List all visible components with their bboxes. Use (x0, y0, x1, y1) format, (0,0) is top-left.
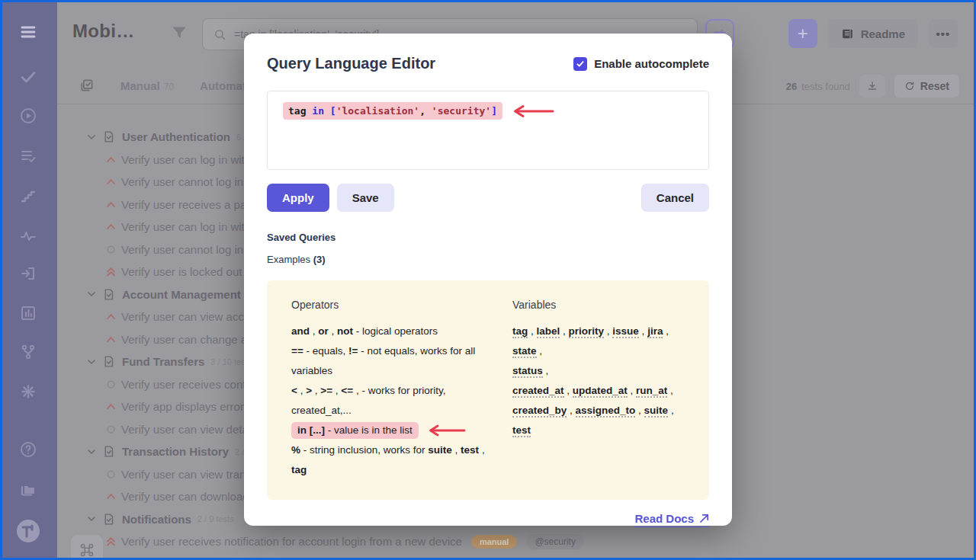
variable-help-line: tag , label , priority , issue , jira , … (512, 322, 685, 361)
manual-badge: manual (471, 535, 518, 549)
apply-button[interactable]: Apply (267, 184, 329, 212)
tab-manual-count: 70 (164, 82, 174, 92)
query-language-editor-modal: Query Language Editor Enable autocomplet… (244, 34, 732, 526)
priority-high-icon (105, 311, 117, 322)
play-circle-icon[interactable] (19, 107, 37, 125)
test-title: Verify user can log in with (121, 153, 251, 166)
tests-found-label: tests found (801, 81, 850, 92)
operator-help-line: in [...] - value is in the list (291, 421, 496, 440)
more-button[interactable]: ••• (929, 19, 958, 48)
activity-icon[interactable] (19, 227, 37, 245)
priority-none-icon (105, 424, 117, 435)
chevron-down-icon[interactable] (85, 513, 98, 525)
query-editor-input[interactable]: tag in ['localisation', 'security'] (267, 91, 709, 170)
suite-title: Notifications (122, 513, 191, 526)
search-icon (214, 28, 226, 41)
priority-high-icon (105, 491, 117, 502)
sign-in-icon[interactable] (19, 264, 37, 283)
chevron-down-icon[interactable] (85, 288, 98, 300)
operator-help-line: and , or , not - logical operators (291, 322, 496, 341)
check-icon[interactable] (19, 68, 37, 86)
arrow-up-right-icon (699, 514, 709, 523)
priority-high-icon (105, 199, 117, 210)
test-title: Verify user receives a pas (121, 198, 252, 211)
gear-icon[interactable] (19, 382, 37, 401)
test-title: Verify user receives notification for ac… (121, 535, 462, 548)
command-icon (79, 542, 95, 558)
variable-help-line: created_by , assigned_to , suite , test (512, 401, 685, 440)
priority-high-icon (105, 401, 117, 412)
operator-help-line: == - equals, != - not equals, works for … (291, 341, 496, 381)
priority-none-icon (105, 469, 117, 480)
save-button[interactable]: Save (337, 184, 394, 212)
reset-button[interactable]: Reset (894, 75, 959, 98)
priority-high-icon (105, 334, 117, 345)
arrow-left-icon (510, 104, 554, 118)
bar-chart-icon[interactable] (19, 304, 37, 322)
folders-icon[interactable] (19, 480, 37, 498)
test-title: Verify user can change ac (121, 333, 253, 346)
syntax-help-panel: Operators and , or , not - logical opera… (267, 280, 709, 500)
select-all-icon[interactable] (79, 78, 95, 93)
git-fork-icon[interactable] (19, 343, 37, 361)
tab-manual[interactable]: Manual 70 (120, 79, 174, 92)
chevron-down-icon[interactable] (85, 356, 98, 368)
download-button[interactable] (859, 75, 885, 98)
suite-title: User Authentication (122, 130, 230, 143)
test-title: Verify app displays error (121, 400, 244, 413)
test-title: Verify user can view deta (121, 423, 249, 436)
stairs-icon[interactable] (19, 187, 37, 206)
suite-doc-icon (102, 288, 115, 301)
add-button[interactable]: + (788, 19, 817, 48)
test-title: Verify user is locked out a (121, 265, 252, 278)
tag-badge: @security (526, 534, 584, 549)
chevron-down-icon[interactable] (85, 131, 98, 143)
examples-count: (3) (313, 254, 326, 265)
suite-title: Fund Transfers (122, 355, 204, 368)
operator-help-line: % - string inclusion, works for suite , … (291, 440, 496, 480)
chevron-down-icon[interactable] (85, 446, 98, 458)
command-shortcut-button[interactable] (71, 535, 103, 560)
priority-high-icon (105, 154, 117, 165)
variable-help-line: status , (512, 361, 685, 381)
arrow-left-icon (426, 424, 466, 437)
operators-title: Operators (291, 299, 496, 311)
saved-queries-section[interactable]: Saved Queries (267, 232, 709, 243)
suite-doc-icon (102, 130, 115, 143)
tab-manual-label: Manual (120, 79, 160, 92)
examples-section[interactable]: Examples (3) (267, 254, 709, 265)
test-title: Verify user can view acco (121, 310, 250, 323)
suite-doc-icon (102, 445, 115, 458)
download-icon (866, 80, 878, 92)
priority-critical-icon (105, 536, 117, 547)
checkbox-checked-icon[interactable] (573, 57, 587, 71)
readme-button[interactable]: Readme (828, 19, 918, 48)
variables-title: Variables (512, 299, 685, 311)
suite-title: Account Management (122, 288, 241, 301)
examples-label: Examples (267, 254, 310, 265)
test-title: Verify user cannot log in (121, 243, 243, 256)
read-docs-link[interactable]: Read Docs (634, 512, 709, 527)
refresh-icon (904, 81, 915, 91)
suite-count: 2 / 9 tests (197, 514, 234, 523)
menu-icon[interactable] (19, 23, 37, 41)
cancel-button[interactable]: Cancel (641, 184, 709, 212)
test-title: Verify user can log in with (121, 220, 251, 233)
filter-icon[interactable] (169, 23, 189, 43)
operator-help-line: < , > , >= , <= , - works for priority,c… (291, 381, 496, 421)
book-icon (841, 27, 854, 40)
logo-t-icon[interactable] (16, 519, 40, 543)
sidebar (0, 0, 57, 560)
tests-found-count: 26 (786, 81, 797, 92)
list-check-icon[interactable] (19, 147, 37, 165)
read-docs-label: Read Docs (634, 512, 694, 525)
suite-doc-icon (102, 513, 115, 526)
test-row[interactable]: Verify user receives notification for ac… (57, 530, 976, 553)
priority-none-icon (105, 379, 117, 390)
priority-high-icon (105, 176, 117, 187)
readme-label: Readme (861, 27, 905, 40)
enable-autocomplete-toggle[interactable]: Enable autocomplete (573, 57, 709, 71)
help-circle-icon[interactable] (19, 440, 37, 459)
test-title: Verify user cannot log in w (121, 175, 255, 188)
query-code: tag in ['localisation', 'security'] (283, 102, 502, 120)
